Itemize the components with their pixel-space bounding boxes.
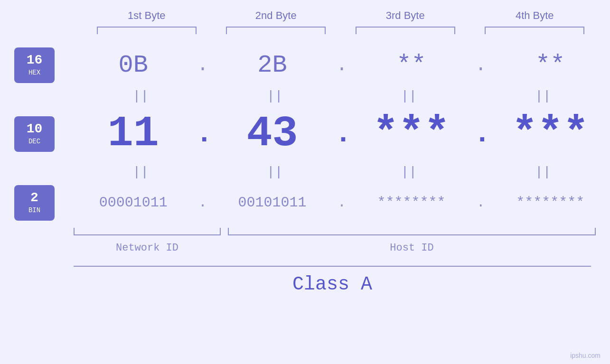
network-bracket: [74, 228, 221, 235]
host-id-label: Host ID: [228, 242, 596, 254]
id-labels-container: Network ID Host ID: [0, 242, 610, 261]
bin-val-1: 00001011: [76, 195, 190, 211]
col-header-2: 2nd Byte: [219, 9, 333, 22]
col-header-4: 4th Byte: [478, 9, 591, 22]
eq2-4: ||: [486, 165, 600, 179]
dec-row: 10 DEC 11 . 43 . *** . ***: [0, 105, 610, 162]
content-area: 16 HEX 0B . 2B . ** . ** || || || ||: [0, 44, 610, 295]
bracket-1: [97, 27, 197, 34]
bin-badge-number: 2: [30, 191, 38, 205]
dec-val-4: ***: [493, 110, 607, 158]
hex-val-4: **: [493, 51, 607, 79]
bracket-2: [226, 27, 326, 34]
eq1-1: ||: [84, 89, 197, 103]
col-header-1: 1st Byte: [90, 9, 204, 22]
equals-row-2: || || || ||: [74, 162, 610, 181]
eq2-1: ||: [84, 165, 197, 179]
eq1-2: ||: [218, 89, 332, 103]
hex-dot-2: .: [335, 55, 349, 76]
bin-badge: 2 BIN: [14, 185, 55, 221]
hex-badge-number: 16: [27, 54, 43, 67]
bin-dot-2: .: [335, 195, 349, 211]
class-label: Class A: [74, 274, 591, 295]
bin-val-2: 00101011: [216, 195, 329, 211]
dec-val-3: ***: [354, 110, 468, 158]
watermark: ipshu.com: [570, 352, 601, 359]
eq1-3: ||: [352, 89, 466, 103]
dec-val-2: 43: [216, 110, 329, 158]
hex-dot-1: .: [196, 55, 210, 76]
bracket-4: [485, 27, 584, 34]
dec-badge-number: 10: [27, 122, 43, 136]
hex-val-1: 0B: [76, 51, 190, 79]
eq1-4: ||: [486, 89, 600, 103]
col-header-3: 3rd Byte: [348, 9, 462, 22]
dec-values-row: 11 . 43 . *** . ***: [74, 110, 610, 158]
equals-row-1: || || || ||: [74, 86, 610, 105]
bin-dot-3: .: [474, 195, 488, 211]
hex-badge-label: HEX: [28, 69, 40, 76]
bin-val-4: ********: [493, 195, 607, 211]
hex-val-3: **: [354, 51, 468, 79]
dec-dot-2: .: [335, 118, 349, 150]
hex-badge: 16 HEX: [14, 47, 55, 83]
bin-dot-1: .: [196, 195, 210, 211]
hex-val-2: 2B: [216, 51, 329, 79]
class-section: Class A: [74, 266, 591, 295]
bin-row: 2 BIN 00001011 . 00101011 . ******** . *…: [0, 181, 610, 224]
bin-val-3: ********: [354, 195, 468, 211]
bottom-brackets-container: [0, 228, 610, 240]
main-container: 1st Byte 2nd Byte 3rd Byte 4th Byte 16 H…: [0, 0, 610, 364]
eq2-3: ||: [352, 165, 466, 179]
bin-badge-label: BIN: [28, 206, 40, 214]
host-bracket: [228, 228, 596, 235]
class-divider-line: [74, 266, 591, 267]
hex-values-row: 0B . 2B . ** . **: [74, 51, 610, 79]
bracket-3: [356, 27, 455, 34]
hex-dot-3: .: [474, 55, 488, 76]
dec-dot-3: .: [474, 118, 488, 150]
dec-badge: 10 DEC: [14, 116, 55, 152]
dec-val-1: 11: [76, 110, 190, 158]
dec-badge-label: DEC: [28, 138, 40, 145]
column-headers: 1st Byte 2nd Byte 3rd Byte 4th Byte: [82, 9, 600, 22]
network-id-label: Network ID: [74, 242, 221, 254]
dec-dot-1: .: [196, 118, 210, 150]
top-brackets: [82, 27, 600, 34]
bin-values-row: 00001011 . 00101011 . ******** . *******…: [74, 195, 610, 211]
eq2-2: ||: [218, 165, 332, 179]
hex-row: 16 HEX 0B . 2B . ** . **: [0, 44, 610, 86]
